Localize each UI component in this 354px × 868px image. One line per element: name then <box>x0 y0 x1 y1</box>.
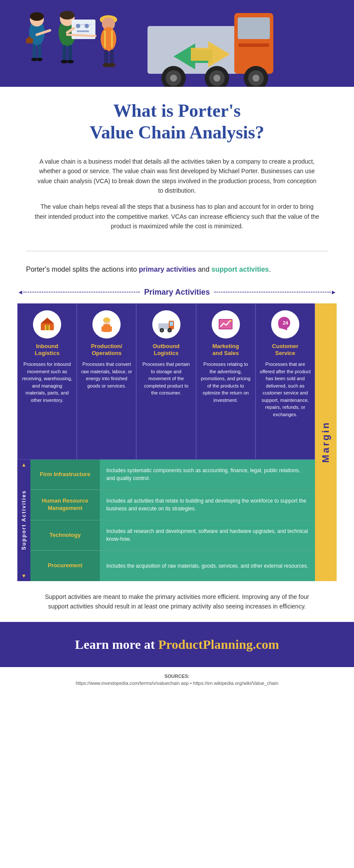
support-row-procurement: Procurement Includes the acquisition of … <box>30 551 315 581</box>
dotted-line-left <box>23 292 140 293</box>
primary-activities-header: ◄ Primary Activities ► <box>17 288 337 297</box>
svg-line-24 <box>67 35 95 36</box>
svg-rect-56 <box>103 324 110 332</box>
primary-col-outbound: OutboundLogistics Processes that pertain… <box>136 303 196 460</box>
primary-columns: InboundLogistics Processes for inbound m… <box>17 303 315 460</box>
svg-rect-8 <box>26 38 33 43</box>
svg-rect-15 <box>68 45 72 62</box>
split-text-conjunction: and <box>196 266 212 273</box>
support-activities-label: Support Activities <box>21 490 27 550</box>
svg-rect-30 <box>104 30 106 48</box>
sources-links: https://www.investopedia.com/terms/v/val… <box>35 681 319 686</box>
svg-point-16 <box>61 60 68 63</box>
primary-activities-label: Primary Activities <box>144 288 210 297</box>
customer-icon: 24 <box>271 310 299 339</box>
inbound-desc: Processes for inbound movement such as r… <box>21 361 73 404</box>
primary-col-marketing: Marketingand Sales Processes relating to… <box>196 303 256 460</box>
split-text-support: support activities <box>211 266 269 273</box>
bottom-text: Support activities are meant to make the… <box>0 581 354 622</box>
svg-point-13 <box>60 11 75 20</box>
marketing-title: Marketingand Sales <box>213 343 239 358</box>
split-text-prefix: Porter's model splits the actions into <box>26 266 139 273</box>
header-banner <box>0 0 354 87</box>
support-section-wrapper: ▲ Support Activities ▼ Firm Infrastructu… <box>17 460 315 581</box>
title-section: What is Porter's Value Chain Analysis? <box>0 87 354 148</box>
margin-sidebar: Margin <box>315 303 337 581</box>
svg-point-45 <box>213 75 220 82</box>
support-row-infrastructure: Firm Infrastructure Includes systematic … <box>30 460 315 490</box>
outbound-icon <box>152 310 180 339</box>
svg-rect-31 <box>111 30 113 48</box>
section-divider <box>26 251 328 251</box>
svg-point-35 <box>108 63 115 67</box>
svg-point-7 <box>36 58 43 61</box>
svg-marker-52 <box>41 318 54 323</box>
svg-point-42 <box>170 75 177 82</box>
svg-point-66 <box>169 329 171 332</box>
svg-rect-9 <box>28 37 31 39</box>
procurement-desc: Includes the acquisition of raw material… <box>100 551 315 581</box>
svg-point-48 <box>252 75 259 82</box>
svg-rect-4 <box>33 44 36 59</box>
svg-rect-38 <box>238 17 270 39</box>
svg-rect-54 <box>46 325 49 330</box>
outbound-title: OutboundLogistics <box>153 343 180 358</box>
svg-rect-5 <box>38 44 41 59</box>
svg-rect-57 <box>102 326 104 332</box>
marketing-desc: Processes relating to the advertising, p… <box>200 361 252 404</box>
svg-rect-29 <box>105 28 112 50</box>
svg-rect-62 <box>170 322 173 326</box>
sources-section: SOURCES: https://www.investopedia.com/te… <box>0 667 354 692</box>
support-row-technology: Technology Includes all research and dev… <box>30 520 315 551</box>
footer-link[interactable]: ProductPlanning.com <box>158 637 279 651</box>
footer-cta: Learn more at ProductPlanning.com <box>0 622 354 667</box>
footer-prefix: Learn more at <box>75 637 158 651</box>
diagram-content: InboundLogistics Processes for inbound m… <box>17 303 315 581</box>
split-text-suffix: . <box>269 266 271 273</box>
margin-label: Margin <box>320 421 331 463</box>
split-text: Porter's model splits the actions into p… <box>0 256 354 279</box>
outbound-desc: Processes that pertain to storage and mo… <box>140 361 192 397</box>
intro-paragraph2: The value chain helps reveal all the ste… <box>35 202 319 231</box>
svg-rect-39 <box>239 43 269 47</box>
primary-col-production: Production/Operations Processes that con… <box>77 303 136 460</box>
dotted-line-right <box>214 292 331 293</box>
svg-rect-14 <box>62 45 66 62</box>
title-line1: What is Porter's <box>113 101 241 121</box>
svg-rect-21 <box>77 30 89 32</box>
svg-text:24: 24 <box>283 320 288 326</box>
support-row-hr: Human Resource Management Includes all a… <box>30 490 315 520</box>
inbound-title: InboundLogistics <box>35 343 59 358</box>
production-desc: Processes that convert raw materials, la… <box>81 361 132 389</box>
production-icon <box>92 310 121 339</box>
customer-desc: Processes that are offered after the pro… <box>259 361 311 418</box>
hr-desc: Includes all activities that relate to b… <box>100 490 315 520</box>
primary-col-customer: 24 CustomerService Processes that are of… <box>256 303 315 460</box>
svg-point-3 <box>30 12 44 21</box>
svg-point-64 <box>161 329 163 332</box>
intro-section: A value chain is a business model that d… <box>0 148 354 247</box>
infrastructure-desc: Includes systematic components such as a… <box>100 460 315 490</box>
intro-paragraph1: A value chain is a business model that d… <box>35 157 319 196</box>
production-title: Production/Operations <box>91 343 122 358</box>
svg-rect-32 <box>104 50 108 65</box>
technology-label: Technology <box>30 520 100 550</box>
svg-point-6 <box>31 58 37 61</box>
diagram-with-margin: InboundLogistics Processes for inbound m… <box>17 303 337 581</box>
primary-activities-container: ◄ Primary Activities ► <box>0 279 354 581</box>
customer-title: CustomerService <box>272 343 298 358</box>
main-title: What is Porter's Value Chain Analysis? <box>26 100 328 144</box>
svg-rect-58 <box>109 326 112 332</box>
svg-point-17 <box>67 60 74 63</box>
svg-rect-33 <box>110 50 114 65</box>
inbound-icon <box>33 310 61 339</box>
marketing-icon <box>212 310 240 339</box>
technology-desc: Includes all research and development, s… <box>100 520 315 550</box>
infrastructure-label: Firm Infrastructure <box>30 460 100 490</box>
title-line2: Value Chain Analysis? <box>90 122 264 142</box>
sources-title: SOURCES: <box>35 674 319 679</box>
support-rows: Firm Infrastructure Includes systematic … <box>30 460 315 581</box>
primary-col-inbound: InboundLogistics Processes for inbound m… <box>17 303 77 460</box>
svg-point-59 <box>103 318 110 322</box>
split-text-primary: primary activities <box>139 266 196 273</box>
